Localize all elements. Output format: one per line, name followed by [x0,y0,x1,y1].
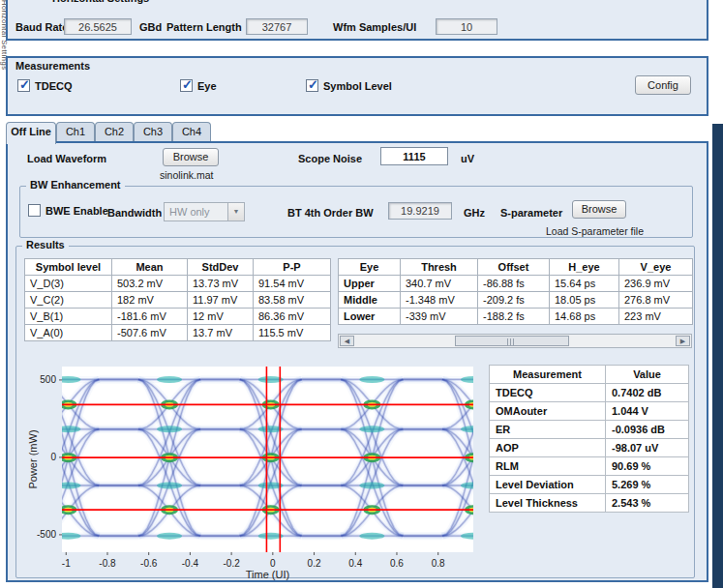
svg-text:-0.8: -0.8 [99,558,116,569]
table-cell: 83.58 mV [254,292,331,309]
svg-text:-0.6: -0.6 [140,558,158,569]
table-row: OMAouter1.044 V [490,402,689,421]
tab-ch1[interactable]: Ch1 [56,122,95,141]
pattern-length-label: Pattern Length [166,21,242,33]
pattern-length-field[interactable] [246,18,308,35]
tab-ch3[interactable]: Ch3 [134,122,172,141]
load-waveform-label: Load Waveform [27,153,106,164]
waveform-filename: sinolink.mat [160,169,213,181]
table-cell: -209.2 fs [478,292,550,309]
eye-checkbox[interactable]: Eye [180,79,217,92]
tdecq-checkbox-label: TDECQ [35,80,73,92]
table-cell: 12 mV [188,309,254,325]
bandwidth-label: Bandwidth [107,207,162,219]
eye-checkbox-box[interactable] [180,79,193,92]
table-row: V_C(2)182 mV11.97 mV83.58 mV [25,292,331,309]
right-edge-strip [712,124,723,588]
table-cell: 223 mV [619,309,693,325]
tab-off-line[interactable]: Off Line [6,122,56,144]
app-window: Horizontal Settings Horizontal Settings … [0,0,723,588]
config-button[interactable]: Config [635,75,691,95]
horizontal-settings-panel: Horizontal Settings Baud Rate GBd Patter… [6,0,708,41]
table-cell: V_A(0) [25,325,112,341]
table-cell: 340.7 mV [401,276,478,292]
table-cell: -1.348 mV [401,292,478,309]
column-header: V_eye [619,259,693,276]
svg-text:-1: -1 [62,558,71,569]
svg-text:0.6: 0.6 [390,558,404,569]
table-cell: 236.9 mV [619,276,693,292]
chevron-down-icon[interactable]: ▼ [227,203,244,220]
svg-text:-500: -500 [37,529,56,540]
table-cell: 13.73 mV [188,276,254,292]
table-row: TDECQ0.7402 dB [490,384,689,402]
table-cell: 276.8 mV [619,292,693,309]
tdecq-checkbox-box[interactable] [17,79,30,92]
svg-text:0.4: 0.4 [348,558,362,569]
table-cell: 15.64 ps [550,276,619,292]
measurements-panel: Measurements TDECQ Eye Symbol Level Conf… [6,56,708,116]
symbol-level-checkbox-label: Symbol Level [323,80,392,92]
table-cell: TDECQ [490,384,606,402]
baud-rate-field[interactable] [64,18,132,35]
wfm-samples-field[interactable] [436,18,497,35]
column-header: Measurement [490,366,606,384]
scroll-left-arrow-icon[interactable]: ◀ [340,336,354,346]
table-cell: OMAouter [490,402,606,421]
bandwidth-dropdown[interactable]: HW only ▼ [164,202,245,221]
bwe-enable-checkbox-box[interactable] [28,204,41,217]
column-header: Thresh [401,259,478,276]
table-cell: Level Thickness [490,494,606,513]
bt4-order-bw-field[interactable] [388,202,452,220]
measurements-label: Measurements [15,60,90,72]
table-cell: 13.7 mV [188,325,254,341]
bt4-order-bw-unit-label: GHz [464,207,485,219]
table-cell: -181.6 mV [112,309,188,325]
table-cell: Middle [339,292,401,309]
eye-diagram: -1-0.8-0.6-0.4-0.200.20.40.60.85000-500T… [26,360,481,582]
column-header: H_eye [550,259,619,276]
table-row: Level Thickness2.543 % [490,494,689,513]
s-parameter-browse-button[interactable]: Browse [572,200,626,219]
tab-ch4[interactable]: Ch4 [172,122,211,141]
table-cell: V_C(2) [25,292,112,309]
table-cell: ER [490,421,606,439]
table-row: ER-0.0936 dB [490,421,689,439]
table-row: Upper340.7 mV-86.88 fs15.64 ps236.9 mV [339,276,693,292]
scroll-thumb[interactable] [455,336,569,346]
table-cell: 0.7402 dB [606,384,689,402]
table-cell: -339 mV [401,309,478,325]
table-row: Middle-1.348 mV-209.2 fs18.05 ps276.8 mV [339,292,693,309]
table-cell: -507.6 mV [112,325,188,341]
symbol-level-checkbox-box[interactable] [306,79,318,92]
symbol-level-checkbox[interactable]: Symbol Level [306,79,392,92]
table-cell: 5.269 % [606,476,689,494]
table-cell: Upper [339,276,401,292]
tdecq-checkbox[interactable]: TDECQ [17,79,73,92]
table-cell: 182 mV [112,292,188,309]
table-row: Level Deviation5.269 % [490,476,689,494]
svg-text:-0.2: -0.2 [224,558,241,569]
table-cell: 14.68 ps [550,309,619,325]
table-row: Lower-339 mV-188.2 fs14.68 ps223 mV [339,309,693,325]
baud-rate-unit-label: GBd [139,21,162,33]
table-cell: Lower [339,309,401,325]
tab-ch2[interactable]: Ch2 [95,122,134,141]
eye-table-hscrollbar[interactable]: ◀ ▶ [338,334,692,348]
eye-checkbox-label: Eye [197,80,217,92]
scroll-right-arrow-icon[interactable]: ▶ [676,336,690,346]
table-cell: 91.54 mV [254,276,331,292]
table-row: V_A(0)-507.6 mV13.7 mV115.5 mV [25,325,331,341]
svg-text:500: 500 [40,374,56,385]
bw-enhancement-group: BW Enhancement BWE Enable Bandwidth HW o… [19,186,693,238]
scope-noise-unit-label: uV [461,153,474,164]
column-header: Value [606,366,689,384]
svg-text:-0.4: -0.4 [182,558,199,569]
s-parameter-hint: Load S-parameter file [546,225,644,237]
column-header: Symbol level [25,259,112,276]
bwe-enable-checkbox[interactable]: BWE Enable [28,204,108,217]
scope-noise-input[interactable] [380,147,448,165]
table-cell: AOP [490,439,606,457]
table-cell: Level Deviation [490,476,606,494]
load-waveform-browse-button[interactable]: Browse [163,148,219,166]
